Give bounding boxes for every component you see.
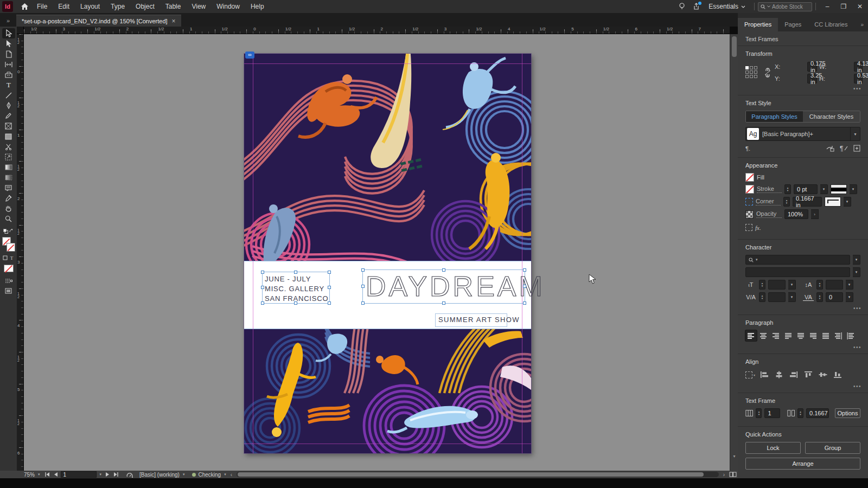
vertical-scrollbar[interactable]: ▾ [730,34,738,471]
next-page-button[interactable] [105,472,111,477]
selection-handle[interactable] [442,268,445,272]
kerning-stepper[interactable]: ▴▾ [759,292,765,302]
character-styles-tab[interactable]: Character Styles [803,111,860,122]
corner-shape-swatch[interactable] [825,197,841,207]
paragraph-more-options-icon[interactable]: ••• [853,344,861,350]
selection-handle[interactable] [294,301,297,305]
rectangle-tool[interactable] [2,131,15,142]
align-right-button[interactable] [770,330,782,341]
gap-tool[interactable] [2,59,15,69]
selection-handle[interactable] [523,301,526,305]
kerning-value[interactable] [768,292,786,302]
page-tool[interactable] [2,49,15,59]
paragraph-style-dropdown[interactable]: Ag [Basic Paragraph]+ ▾ [745,127,860,141]
opacity-label[interactable]: Opacity [756,210,782,218]
chevron-down-icon[interactable]: ▾ [846,292,853,302]
selection-handle[interactable] [294,271,297,274]
stock-search-box[interactable] [758,2,812,11]
menu-file[interactable]: File [31,0,53,13]
tab-close-icon[interactable]: × [172,17,176,25]
first-page-button[interactable] [43,472,50,477]
columns-stepper[interactable]: ▴▾ [756,408,762,418]
note-tool[interactable] [2,183,15,193]
scroll-left-icon[interactable]: ‹ [229,472,233,478]
create-style-icon[interactable] [853,145,860,152]
selection-handle[interactable] [328,301,331,305]
chevron-down-icon[interactable]: ▾ [846,280,853,290]
document-tab[interactable]: *set-up-a-postcard_END_V2.indd @ 150% [C… [16,15,181,27]
preflight-status-label[interactable]: Checking [198,472,221,478]
pencil-tool[interactable] [2,111,15,121]
selection-handle[interactable] [523,268,526,272]
corner-size-stepper[interactable]: ▴▾ [783,197,790,207]
tab-properties[interactable]: Properties [738,18,778,31]
last-page-button[interactable] [113,472,120,477]
pen-tool[interactable] [2,100,15,111]
horizontal-scrollbar[interactable] [237,472,719,477]
chevron-down-icon[interactable]: ▾ [788,292,796,302]
vertical-scrollbar-thumb[interactable] [732,36,737,57]
selection-handle[interactable] [328,286,331,289]
preflight-profile-label[interactable]: [Basic] (working) [139,472,180,478]
fx-effects-icon[interactable]: fx. [755,224,761,231]
menu-window[interactable]: Window [211,0,245,13]
stroke-swatch[interactable] [7,243,15,252]
chevron-down-icon[interactable]: ▾ [820,184,828,194]
learn-lightbulb-icon[interactable] [675,1,689,12]
chevron-down-icon[interactable]: ▾ [850,127,860,140]
x-input[interactable]: 0.175 in [807,62,817,72]
default-fill-stroke-icon[interactable] [2,226,15,236]
stroke-weight-stepper[interactable]: ▴▾ [784,184,791,194]
workspace-switcher[interactable]: Essentials [703,3,751,10]
align-away-from-spine-button[interactable] [845,330,857,341]
opacity-value[interactable]: 100% [784,209,808,219]
selection-tool[interactable] [2,28,15,38]
leading-value[interactable] [826,280,843,290]
justify-center-button[interactable] [795,330,807,341]
chevron-down-icon[interactable]: ▾ [853,255,860,265]
leading-stepper[interactable]: ▴▾ [816,280,823,290]
share-icon[interactable] [689,1,703,12]
opacity-flyout-arrow-icon[interactable]: › [811,209,819,219]
reference-point-proxy[interactable] [745,66,758,79]
selection-handle[interactable] [523,285,526,288]
content-collector-tool[interactable] [2,69,15,80]
toolbar-dock-chevron-icon[interactable]: » [0,17,16,27]
selection-handle[interactable] [261,286,264,289]
chevron-down-icon[interactable]: ▾ [850,184,857,194]
character-more-options-icon[interactable]: ••• [853,305,861,311]
type-tool[interactable]: T [2,80,15,90]
redefine-style-icon[interactable] [826,145,834,152]
free-transform-tool[interactable] [2,152,15,162]
gutter-value[interactable]: 0.1667 [806,408,829,418]
paragraph-styles-tab[interactable]: Paragraph Styles [746,111,803,122]
venue-text-frame[interactable]: JUNE - JULY MISC. GALLERY SAN FRANCISCO [262,272,330,304]
fill-color-swatch[interactable] [745,173,754,182]
vertical-ruler[interactable]: 120121122123124125126 [17,34,24,471]
scroll-down-icon[interactable]: ▾ [730,454,738,459]
justify-all-button[interactable] [820,330,832,341]
cc-library-link-badge-icon[interactable]: ∞ [245,52,254,59]
align-center-button[interactable] [758,330,769,341]
stroke-style-swatch[interactable] [831,184,847,194]
chevron-down-icon[interactable]: ▾ [853,267,860,277]
line-tool[interactable] [2,90,15,100]
text-frame-options-button[interactable]: Options [835,408,860,418]
headline-text-frame[interactable]: DAYDREAM [362,269,525,304]
gradient-feather-tool[interactable] [2,172,15,183]
minimize-button[interactable]: – [819,0,835,13]
h-input[interactable]: 0.53 in [854,74,863,84]
home-icon[interactable] [17,1,31,12]
menu-view[interactable]: View [186,0,211,13]
justify-right-button[interactable] [808,330,819,341]
restore-button[interactable]: ❐ [835,0,852,13]
screen-mode-icon[interactable] [2,286,15,296]
selection-handle[interactable] [442,301,445,305]
align-vertical-centers-button[interactable] [817,369,828,380]
font-style-dropdown[interactable] [745,267,850,277]
horizontal-ruler[interactable]: 1/231/221/211/201/211/221/231/241/251/26… [24,27,730,34]
tab-pages[interactable]: Pages [778,18,808,31]
selection-handle[interactable] [261,271,264,274]
clear-overrides-icon[interactable]: ¶ [840,145,848,152]
formatting-affects-buttons[interactable]: T [2,253,15,263]
